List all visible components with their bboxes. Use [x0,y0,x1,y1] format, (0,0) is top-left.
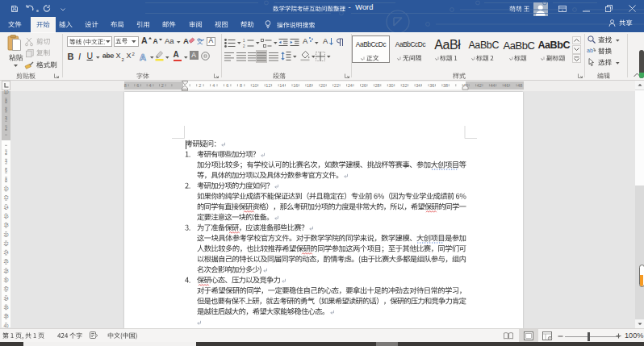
svg-text:38: 38 [3,314,8,319]
svg-text:22: 22 [3,241,8,246]
svg-text:18: 18 [3,223,8,227]
svg-text:8: 8 [5,177,7,182]
svg-text:30: 30 [3,277,8,282]
svg-text:20: 20 [3,232,8,237]
svg-text:2: 2 [5,126,7,131]
svg-text:4: 4 [5,116,7,121]
svg-text:34: 34 [3,296,8,301]
svg-text:6: 6 [5,168,7,173]
svg-text:2: 2 [5,150,7,155]
svg-text:14: 14 [3,205,8,210]
svg-text:10: 10 [3,186,8,191]
svg-text:36: 36 [3,305,8,310]
svg-text:28: 28 [3,269,8,273]
svg-text:8: 8 [5,98,7,103]
svg-text:6: 6 [5,107,7,112]
svg-text:10: 10 [3,90,8,94]
svg-text:40: 40 [3,323,8,328]
svg-text:12: 12 [3,195,8,200]
svg-text:32: 32 [3,286,8,291]
svg-text:4: 4 [5,159,7,164]
svg-text:24: 24 [3,250,8,255]
svg-text:26: 26 [3,259,8,264]
svg-text:16: 16 [3,214,8,219]
